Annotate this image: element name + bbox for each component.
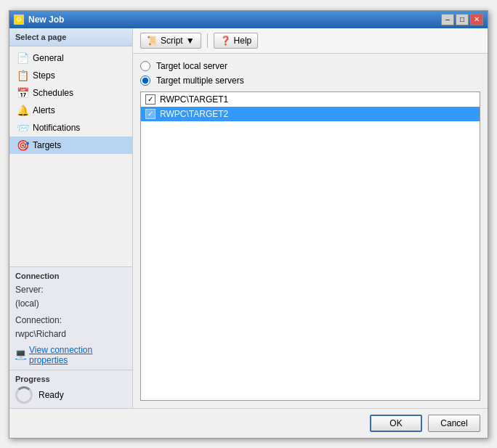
sidebar-item-notifications-label: Notifications (33, 123, 80, 133)
schedules-icon: 📅 (17, 87, 28, 99)
sidebar-item-notifications[interactable]: 📨 Notifications (9, 119, 132, 137)
close-button[interactable]: ✕ (470, 14, 483, 25)
progress-section: Progress Ready (9, 370, 132, 408)
progress-spinner (15, 386, 33, 404)
dialog-footer: OK Cancel (9, 408, 488, 438)
nav-items: 📄 General 📋 Steps 📅 Schedules 🔔 Alerts 📨 (9, 46, 132, 266)
view-connection-properties-link[interactable]: 🖥️ View connection properties (15, 345, 126, 365)
list-item-target2[interactable]: ✓ RWPC\TARGET2 (141, 107, 480, 121)
sidebar-item-schedules-label: Schedules (33, 88, 73, 98)
server-list: ✓ RWPC\TARGET1 ✓ RWPC\TARGET2 (140, 91, 480, 401)
dialog-body: Select a page 📄 General 📋 Steps 📅 Schedu… (9, 28, 488, 408)
radio-group: Target local server Target multiple serv… (140, 61, 480, 86)
toolbar-separator (207, 33, 208, 48)
list-item-target1[interactable]: ✓ RWPC\TARGET1 (141, 92, 480, 107)
sidebar-item-steps[interactable]: 📋 Steps (9, 67, 132, 84)
script-label: Script (161, 36, 183, 46)
progress-header: Progress (15, 375, 126, 383)
progress-status: Ready (39, 390, 64, 400)
help-icon: ❓ (220, 36, 231, 46)
server-label: Server: (local) (15, 283, 126, 311)
targets-icon: 🎯 (17, 139, 28, 151)
connection-link-text: View connection properties (29, 345, 126, 365)
sidebar-item-steps-label: Steps (33, 70, 55, 81)
select-page-label: Select a page (9, 28, 132, 46)
connection-section: Connection Server: (local) Connection: r… (9, 266, 132, 370)
help-button[interactable]: ❓ Help (214, 33, 259, 49)
sidebar-item-general[interactable]: 📄 General (9, 49, 132, 67)
alerts-icon: 🔔 (17, 105, 28, 116)
script-button[interactable]: 📜 Script ▼ (140, 33, 201, 49)
connection-value: rwpc\Richard (15, 329, 66, 339)
checkbox-target1[interactable]: ✓ (145, 94, 155, 105)
title-controls: – □ ✕ (441, 14, 483, 25)
server-target1-label: RWPC\TARGET1 (160, 94, 228, 105)
toolbar: 📜 Script ▼ ❓ Help (133, 28, 488, 54)
server-target2-label: RWPC\TARGET2 (160, 109, 228, 119)
sidebar-item-schedules[interactable]: 📅 Schedules (9, 84, 132, 102)
sidebar-item-targets-label: Targets (33, 140, 61, 150)
maximize-button[interactable]: □ (456, 14, 469, 25)
ok-button[interactable]: OK (370, 415, 422, 432)
general-icon: 📄 (17, 52, 28, 64)
script-icon: 📜 (147, 36, 158, 46)
connection-link-icon: 🖥️ (15, 350, 26, 360)
radio-target-multiple-label: Target multiple servers (156, 76, 244, 86)
checkbox-target2[interactable]: ✓ (145, 109, 155, 119)
notifications-icon: 📨 (17, 122, 28, 134)
connection-header: Connection (15, 272, 126, 280)
title-bar-left: ⚙ New Job (14, 15, 64, 25)
window-title: New Job (28, 15, 64, 25)
connection-info: Server: (local) Connection: rwpc\Richard (15, 283, 126, 342)
radio-target-local-label: Target local server (156, 61, 227, 71)
radio-target-local[interactable]: Target local server (140, 61, 480, 71)
help-label: Help (234, 36, 252, 46)
right-panel: 📜 Script ▼ ❓ Help Target local server (133, 28, 488, 408)
connection-label: Connection: rwpc\Richard (15, 314, 126, 341)
progress-content: Ready (15, 386, 126, 404)
cancel-button[interactable]: Cancel (428, 415, 480, 432)
radio-target-multiple[interactable]: Target multiple servers (140, 76, 480, 86)
left-panel: Select a page 📄 General 📋 Steps 📅 Schedu… (9, 28, 133, 408)
sidebar-item-general-label: General (33, 53, 64, 63)
server-value: (local) (15, 298, 39, 309)
sidebar-item-targets[interactable]: 🎯 Targets (9, 137, 132, 154)
radio-target-multiple-input[interactable] (140, 76, 150, 86)
title-bar: ⚙ New Job – □ ✕ (9, 11, 488, 28)
dialog-window: ⚙ New Job – □ ✕ Select a page 📄 General … (9, 10, 488, 439)
steps-icon: 📋 (17, 70, 28, 81)
minimize-button[interactable]: – (441, 14, 454, 25)
window-icon: ⚙ (14, 15, 24, 25)
content-area: Target local server Target multiple serv… (133, 54, 488, 408)
radio-target-local-input[interactable] (140, 61, 150, 71)
script-dropdown-icon: ▼ (186, 36, 195, 46)
sidebar-item-alerts[interactable]: 🔔 Alerts (9, 102, 132, 119)
sidebar-item-alerts-label: Alerts (33, 105, 55, 115)
